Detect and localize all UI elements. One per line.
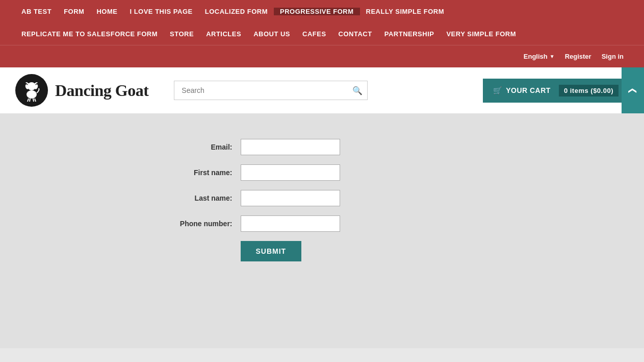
- search-icon: 🔍: [352, 86, 363, 95]
- nav-item-localized-form[interactable]: LOCALIZED FORM: [199, 8, 274, 15]
- main-content: Email: First name: Last name: Phone numb…: [0, 113, 644, 348]
- register-link[interactable]: Register: [560, 53, 597, 60]
- nav-item-really-simple-form[interactable]: REALLY SIMPLE FORM: [360, 8, 450, 15]
- nav-row-2: REPLICATE ME TO SALESFORCE FORMSTOREARTI…: [0, 22, 644, 45]
- svg-line-2: [28, 99, 29, 102]
- svg-line-4: [30, 99, 30, 102]
- nav-item-form[interactable]: FORM: [58, 8, 90, 15]
- notification-panel[interactable]: ❮: [622, 67, 644, 113]
- nav-item-progressive-form[interactable]: PROGRESSIVE FORM: [274, 8, 360, 15]
- lastname-input[interactable]: [241, 190, 340, 206]
- svg-line-5: [33, 99, 34, 102]
- firstname-input[interactable]: [241, 164, 340, 181]
- nav-item-cafes[interactable]: CAFES: [296, 30, 332, 38]
- cart-count: 0 items ($0.00): [559, 85, 619, 96]
- cart-area: 🛒 YOUR CART 0 items ($0.00): [483, 79, 629, 103]
- search-button[interactable]: 🔍: [347, 81, 368, 100]
- main-navigation: AB TESTFORMHOMEI LOVE THIS PAGELOCALIZED…: [0, 0, 644, 67]
- email-label: Email:: [169, 143, 241, 151]
- firstname-row: First name:: [169, 164, 475, 181]
- site-title: Dancing Goat: [55, 81, 148, 100]
- search-area: 🔍: [174, 81, 368, 100]
- email-row: Email:: [169, 139, 475, 155]
- cart-button[interactable]: 🛒 YOUR CART 0 items ($0.00): [483, 79, 629, 103]
- phone-row: Phone number:: [169, 215, 475, 232]
- nav-item-contact[interactable]: CONTACT: [332, 30, 378, 38]
- form-container: Email: First name: Last name: Phone numb…: [169, 139, 475, 261]
- site-header: Dancing Goat 🔍 🛒 YOUR CART 0 items ($0.0…: [0, 67, 644, 113]
- nav-item-store[interactable]: STORE: [164, 30, 200, 38]
- submit-button[interactable]: SUBMIT: [241, 241, 302, 261]
- firstname-label: First name:: [169, 168, 241, 177]
- language-label: English: [524, 53, 548, 60]
- notification-chevron: ❮: [628, 87, 638, 94]
- nav-item-replicate-me-to-salesforce-form[interactable]: REPLICATE ME TO SALESFORCE FORM: [15, 30, 164, 38]
- search-input[interactable]: [174, 81, 368, 100]
- nav-item-very-simple-form[interactable]: VERY SIMPLE FORM: [440, 30, 522, 38]
- logo-icon: [15, 74, 48, 107]
- svg-point-0: [28, 82, 36, 90]
- svg-line-3: [35, 99, 36, 102]
- nav-item-i-love-this-page[interactable]: I LOVE THIS PAGE: [123, 8, 198, 15]
- cart-label: YOUR CART: [506, 86, 551, 94]
- cart-icon: 🛒: [493, 86, 502, 94]
- nav-item-partnership[interactable]: PARTNERSHIP: [378, 30, 441, 38]
- logo-link[interactable]: Dancing Goat: [15, 74, 148, 107]
- nav-row-1: AB TESTFORMHOMEI LOVE THIS PAGELOCALIZED…: [0, 0, 644, 22]
- signin-link[interactable]: Sign in: [597, 53, 629, 60]
- nav-item-home[interactable]: HOME: [90, 8, 123, 15]
- svg-point-1: [27, 90, 37, 99]
- submit-row: SUBMIT: [169, 241, 475, 261]
- email-input[interactable]: [241, 139, 340, 155]
- nav-item-ab-test[interactable]: AB TEST: [15, 8, 58, 15]
- language-selector[interactable]: English ▼: [519, 53, 560, 60]
- lastname-label: Last name:: [169, 194, 241, 202]
- phone-input[interactable]: [241, 215, 340, 232]
- utility-bar: English ▼ Register Sign in: [0, 45, 644, 67]
- chevron-down-icon: ▼: [550, 54, 555, 59]
- lastname-row: Last name:: [169, 190, 475, 206]
- nav-item-about-us[interactable]: ABOUT US: [247, 30, 296, 38]
- phone-label: Phone number:: [169, 220, 241, 228]
- nav-item-articles[interactable]: ARTICLES: [200, 30, 247, 38]
